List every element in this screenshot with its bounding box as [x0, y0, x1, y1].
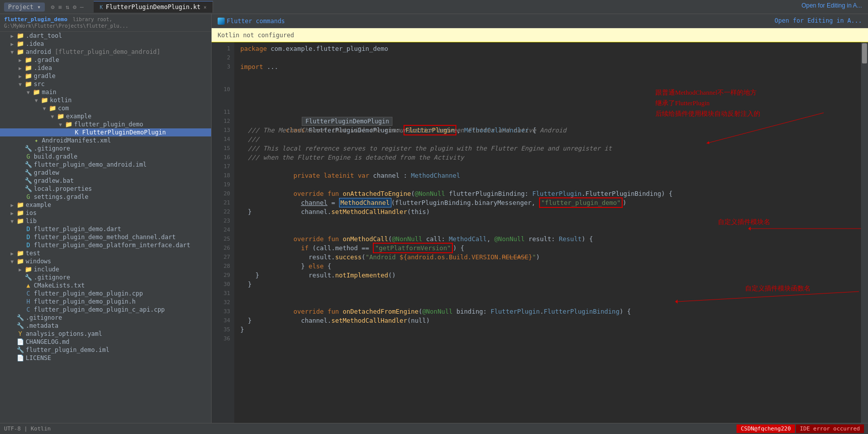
tree-gitignore-root[interactable]: 🔧 .gitignore — [0, 314, 211, 322]
code-line-14: /// — [240, 135, 861, 144]
tab-close-icon[interactable]: × — [204, 5, 207, 10]
tree-FlutterPluginDemoPlugin[interactable]: K FlutterPluginDemoPlugin — [0, 128, 211, 136]
tree-android[interactable]: ▼ 📁 android [flutter_plugin_demo_android… — [0, 48, 211, 56]
code-line-19: override fun onAttachedToEngine(@NonNull… — [240, 180, 861, 189]
tree-local-properties[interactable]: 🔧 local.properties — [0, 185, 211, 193]
tree-example-root[interactable]: ▶ 📁 example — [0, 201, 211, 209]
code-line-24: override fun onMethodCall(@NonNull call:… — [240, 226, 861, 235]
tree-idea-sub[interactable]: ▶ 📁 .idea — [0, 64, 211, 72]
tree-flutter-plugin-demo-folder[interactable]: ▼ 📁 flutter_plugin_demo — [0, 120, 211, 128]
tree-ios[interactable]: ▶ 📁 ios — [0, 209, 211, 217]
tree-include[interactable]: ▶ 📁 include — [0, 265, 211, 273]
tree-lib[interactable]: ▼ 📁 lib — [0, 217, 211, 225]
tree-windows[interactable]: ▼ 📁 windows — [0, 257, 211, 265]
code-area[interactable]: package com.example.flutter_plugin_demo … — [234, 42, 861, 423]
flutter-commands-btn[interactable]: Flutter commands — [218, 18, 285, 25]
tree-gradlew-bat[interactable]: 🔧 gradlew.bat — [0, 177, 211, 185]
flutter-commands-bar: Flutter commands Open for Editing in A..… — [212, 14, 868, 28]
tree-dart-tool[interactable]: ▶ 📁 .dart_tool — [0, 32, 211, 40]
code-line-gap — [240, 71, 861, 108]
tree-idea[interactable]: ▶ 📁 .idea — [0, 40, 211, 48]
code-line-2 — [240, 53, 861, 62]
kotlin-warning-text: Kotlin not configured — [218, 32, 294, 39]
code-line-23 — [240, 216, 861, 226]
editor-content: 1 2 3 10 11 12 13 14 15 16 17 18 19 20 2… — [212, 42, 868, 423]
tree-cmake[interactable]: ▲ CMakeLists.txt — [0, 281, 211, 290]
code-line-35: } — [240, 325, 861, 334]
tree-AndroidManifest[interactable]: ✦ AndroidManifest.xml — [0, 136, 211, 144]
editor-area: Flutter commands Open for Editing in A..… — [212, 14, 868, 423]
code-line-31 — [240, 289, 861, 298]
code-line-20: channel = MethodChannel(flutterPluginBin… — [240, 189, 861, 198]
tree-method-channel-dart[interactable]: D flutter_plugin_demo_method_channel.dar… — [0, 233, 211, 241]
code-line-15: /// This local reference serves to regis… — [240, 144, 861, 153]
tree-metadata[interactable]: 🔧 .metadata — [0, 322, 211, 330]
project-sidebar: flutter_plugin_demo library root, G:\MyW… — [0, 14, 212, 423]
tree-analysis-options[interactable]: Y analysis_options.yaml — [0, 330, 211, 338]
tree-example[interactable]: ▼ 📁 example — [0, 112, 211, 120]
tree-main[interactable]: ▼ 📁 main — [0, 88, 211, 96]
tree-gradle[interactable]: ▶ 📁 gradle — [0, 72, 211, 80]
scrollbar-track[interactable] — [861, 42, 868, 423]
status-bar: UTF-8 | Kotlin CSDN@fqcheng220 IDE error… — [0, 423, 868, 434]
tree-h[interactable]: H flutter_plugin_demo_plugin.h — [0, 298, 211, 306]
tree-gitignore-android[interactable]: 🔧 .gitignore — [0, 144, 211, 153]
code-line-16: /// when the Flutter Engine is detached … — [240, 153, 861, 162]
code-line-36 — [240, 334, 861, 343]
tree-gradlew[interactable]: 🔧 gradlew — [0, 169, 211, 177]
root-label[interactable]: flutter_plugin_demo — [4, 16, 68, 23]
tree-gradle-sub[interactable]: ▶ 📁 .gradle — [0, 56, 211, 64]
code-line-17: private lateinit var channel : MethodCha… — [240, 162, 861, 171]
tree-changelog[interactable]: 📄 CHANGELOG.md — [0, 338, 211, 346]
sidebar-header: flutter_plugin_demo library root, G:\MyW… — [0, 14, 211, 32]
ide-error: IDE error occurred — [796, 424, 864, 433]
tree-iml[interactable]: 🔧 flutter_plugin_demo_android.iml — [0, 161, 211, 169]
code-line-11: FlutterPluginDemoPlugin — [240, 108, 861, 117]
tree-build-gradle[interactable]: G build.gradle — [0, 153, 211, 161]
open-for-editing-btn[interactable]: Open for Editing in A... — [802, 2, 862, 9]
code-line-28: result.notImplemented() — [240, 262, 861, 271]
tree-license[interactable]: 📄 LICENSE — [0, 354, 211, 362]
flutter-icon — [218, 18, 225, 25]
tree-kotlin[interactable]: ▼ 📁 kotlin — [0, 96, 211, 104]
open-editing-btn[interactable]: Open for Editing in A... — [775, 17, 862, 24]
project-label[interactable]: Project ▾ — [4, 3, 45, 12]
code-line-32: override fun onDetachedFromEngine(@NonNu… — [240, 298, 861, 307]
kotlin-warning-bar: Kotlin not configured — [212, 28, 868, 42]
tree-test[interactable]: ▶ 📁 test — [0, 249, 211, 257]
tab-filename: FlutterPluginDemoPlugin.kt — [106, 4, 201, 11]
code-line-30: } — [240, 280, 861, 289]
tree-flutter-plugin-demo-dart[interactable]: D flutter_plugin_demo.dart — [0, 225, 211, 233]
line-numbers: 1 2 3 10 11 12 13 14 15 16 17 18 19 20 2… — [212, 42, 234, 423]
code-line-1: package com.example.flutter_plugin_demo — [240, 44, 861, 53]
tree-settings-gradle[interactable]: G settings.gradle — [0, 193, 211, 201]
code-line-3: import ... — [240, 62, 861, 71]
tree-src[interactable]: ▼ 📁 src — [0, 80, 211, 88]
tree-com[interactable]: ▼ 📁 com — [0, 104, 211, 112]
code-line-13: /// The MethodChannel that will the comm… — [240, 126, 861, 135]
tree-plugin-iml[interactable]: 🔧 flutter_plugin_demo.iml — [0, 346, 211, 354]
tree-cpp2[interactable]: C flutter_plugin_demo_plugin_c_api.cpp — [0, 306, 211, 314]
active-file-tab[interactable]: K FlutterPluginDemoPlugin.kt × — [94, 1, 213, 13]
tree-cpp1[interactable]: C flutter_plugin_demo_plugin.cpp — [0, 290, 211, 298]
title-bar: Project ▾ ⚙ ≡ ⇅ ⚙ — K FlutterPluginDemoP… — [0, 0, 868, 14]
csdn-badge: CSDN@fqcheng220 — [737, 424, 794, 433]
tree-platform-interface-dart[interactable]: D flutter_plugin_demo_platform_interface… — [0, 241, 211, 249]
tree-gitignore-windows[interactable]: 🔧 .gitignore — [0, 273, 211, 281]
flutter-commands-label: Flutter commands — [227, 18, 285, 25]
